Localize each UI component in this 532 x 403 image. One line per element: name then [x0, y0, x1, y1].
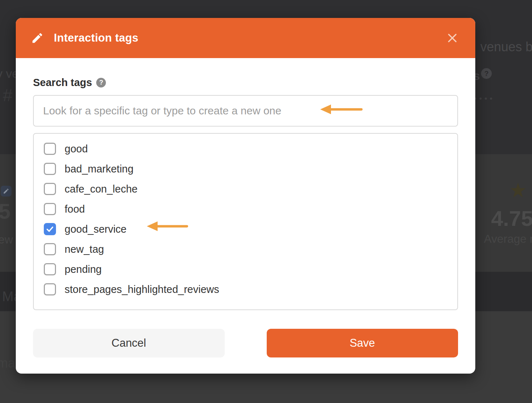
tag-row-store-pages-highlighted-reviews[interactable]: store_pages_highlighted_reviews	[44, 279, 457, 299]
tag-label: new_tag	[65, 243, 104, 255]
tag-row-bad-marketing[interactable]: bad_marketing	[44, 159, 457, 179]
tag-label: store_pages_highlighted_reviews	[65, 284, 219, 295]
tag-label: bad_marketing	[65, 163, 134, 175]
tag-label: food	[65, 203, 85, 215]
help-icon[interactable]: ?	[96, 78, 106, 87]
tag-label: pending	[65, 264, 102, 275]
bg-rating-label: Average ra	[484, 232, 532, 246]
checkbox[interactable]	[44, 263, 56, 275]
star-icon: ★	[509, 179, 527, 202]
close-icon	[446, 32, 458, 44]
tag-row-new-tag[interactable]: new_tag	[44, 239, 457, 259]
tag-label: good_service	[65, 223, 127, 235]
interaction-tags-modal: Interaction tags Search tags ? good	[16, 18, 475, 374]
checkbox[interactable]	[44, 143, 56, 155]
tag-row-food[interactable]: food	[44, 199, 457, 219]
modal-footer: Cancel Save	[33, 329, 458, 357]
modal-body: Search tags ? good bad_marketing cafe_co…	[16, 77, 475, 357]
pencil-tile-icon	[1, 186, 11, 196]
cancel-button[interactable]: Cancel	[33, 329, 225, 357]
tag-row-good-service[interactable]: good_service	[44, 219, 457, 239]
checkbox[interactable]	[44, 243, 56, 255]
bg-reviews-label: iew	[0, 233, 13, 246]
bg-rating-value: 4.75/	[491, 206, 532, 231]
search-tags-input[interactable]	[33, 95, 458, 127]
modal-title: Interaction tags	[54, 32, 139, 44]
tag-list: good bad_marketing cafe_con_leche food g…	[33, 133, 458, 310]
checkbox[interactable]	[44, 163, 56, 175]
checkbox[interactable]	[44, 223, 56, 235]
tag-row-good[interactable]: good	[44, 139, 457, 159]
checkbox[interactable]	[44, 183, 56, 195]
search-tags-label: Search tags	[33, 77, 92, 89]
modal-header: Interaction tags	[16, 18, 475, 58]
hashtag-icon: #	[3, 85, 13, 105]
tag-label: cafe_con_leche	[65, 183, 137, 195]
bg-reviews-value: 5	[0, 199, 10, 224]
search-label-row: Search tags ?	[33, 77, 458, 89]
tag-row-cafe-con-leche[interactable]: cafe_con_leche	[44, 179, 457, 199]
pencil-icon	[31, 32, 44, 44]
bg-dots: ••••	[474, 94, 495, 103]
close-button[interactable]	[444, 30, 460, 46]
checkbox[interactable]	[44, 203, 56, 215]
save-button[interactable]: Save	[267, 329, 458, 357]
checkbox[interactable]	[44, 283, 56, 295]
pencil-icon	[3, 188, 9, 194]
bg-text-fragment: venues by	[480, 39, 532, 54]
tag-label: good	[65, 143, 88, 155]
tag-row-pending[interactable]: pending	[44, 259, 457, 279]
screen: y ve # venues by s ? •••• 5 iew ★ 4.75/ …	[0, 0, 532, 403]
help-icon: ?	[481, 68, 492, 79]
